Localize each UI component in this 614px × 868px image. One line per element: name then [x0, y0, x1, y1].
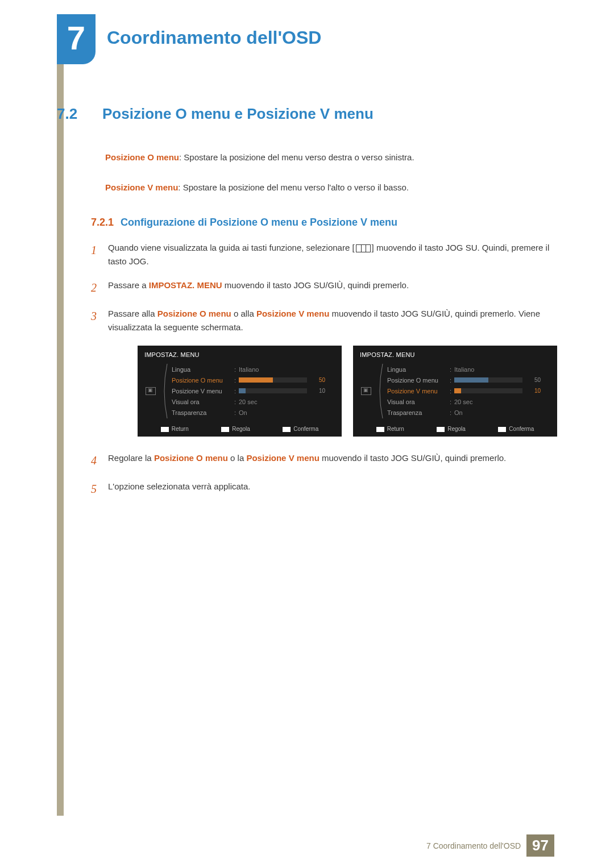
step-text: Passare a IMPOSTAZ. MENU muovendo il tas… — [108, 279, 557, 297]
osd-return: Return — [161, 426, 189, 432]
osd-footer: Return Regola Conferma — [360, 426, 550, 432]
subsection-heading: 7.2.1Configurazione di Posizione O menu … — [91, 217, 557, 229]
term-posizione-v: Posizione V menu — [105, 182, 178, 192]
osd-left-icons — [144, 364, 157, 418]
step-text: Quando viene visualizzata la guida ai ta… — [108, 241, 557, 268]
osd-row-lingua: Lingua:Italiano — [387, 364, 550, 375]
step-5: 5 L'opzione selezionata verrà applicata. — [91, 480, 557, 498]
osd-row-lingua: Lingua:Italiano — [172, 364, 335, 375]
chapter-title: Coordinamento dell'OSD — [107, 27, 321, 48]
intro-pos-o: Posizione O menu: Spostare la posizione … — [105, 151, 557, 164]
osd-title: IMPOSTAZ. MENU — [360, 351, 550, 358]
step-number: 2 — [91, 279, 108, 297]
osd-curve-decoration — [160, 364, 168, 418]
term-posizione-o: Posizione O menu — [105, 152, 179, 162]
page-footer: 7 Coordinamento dell'OSD 97 — [426, 834, 554, 857]
osd-regola: Regola — [437, 426, 466, 432]
osd-row-pos-o: Posizione O menu: 50 — [172, 375, 335, 385]
term-posizione-v: Posizione V menu — [246, 453, 319, 463]
subsection-number: 7.2.1 — [91, 217, 114, 228]
osd-conferma: Conferma — [498, 426, 534, 432]
step-text: Passare alla Posizione O menu o alla Pos… — [108, 307, 557, 334]
slider-track — [454, 388, 522, 393]
slider-track — [239, 388, 307, 393]
chapter-number-badge: 7 — [57, 14, 96, 64]
osd-panel-pos-v: IMPOSTAZ. MENU Lingua:Italiano Posizione… — [353, 346, 557, 437]
osd-row-pos-v: Posizione V menu: 10 — [172, 385, 335, 396]
osd-conferma: Conferma — [283, 426, 318, 432]
osd-row-visual: Visual ora:20 sec — [172, 396, 335, 407]
step-list: 1 Quando viene visualizzata la guida ai … — [91, 241, 557, 498]
osd-footer: Return Regola Conferma — [144, 426, 335, 432]
subsection-title: Configurazione di Posizione O menu e Pos… — [121, 217, 397, 228]
section-heading: 7.2Posizione O menu e Posizione V menu — [57, 105, 557, 123]
intro-pos-v: Posizione V menu: Spostare la posizione … — [105, 181, 557, 194]
step-text: Regolare la Posizione O menu o la Posizi… — [108, 451, 557, 470]
menu-icon — [356, 244, 371, 252]
step-1: 1 Quando viene visualizzata la guida ai … — [91, 241, 557, 268]
osd-row-visual: Visual ora:20 sec — [387, 396, 550, 407]
screen-icon — [361, 387, 371, 395]
osd-return: Return — [376, 426, 404, 432]
osd-curve-decoration — [376, 364, 384, 418]
step-2: 2 Passare a IMPOSTAZ. MENU muovendo il t… — [91, 279, 557, 297]
section-body: 7.2Posizione O menu e Posizione V menu P… — [57, 105, 557, 508]
step-3: 3 Passare alla Posizione O menu o alla P… — [91, 307, 557, 334]
osd-panel-pos-o: IMPOSTAZ. MENU Lingua:Italiano Posizione… — [138, 346, 342, 437]
term-posizione-o: Posizione O menu — [157, 309, 231, 318]
step-number: 1 — [91, 241, 108, 268]
section-number: 7.2 — [57, 105, 102, 123]
term-impostaz-menu: IMPOSTAZ. MENU — [149, 280, 222, 290]
slider-track — [239, 377, 307, 383]
osd-left-icons — [360, 364, 372, 418]
osd-row-pos-o: Posizione O menu: 50 — [387, 375, 550, 385]
section-title: Posizione O menu e Posizione V menu — [102, 105, 374, 122]
screen-icon — [146, 387, 156, 395]
term-posizione-o: Posizione O menu — [154, 453, 228, 463]
slider-track — [454, 377, 522, 383]
footer-chapter-label: 7 Coordinamento dell'OSD — [426, 841, 521, 850]
step-4: 4 Regolare la Posizione O menu o la Posi… — [91, 451, 557, 470]
step-number: 4 — [91, 451, 108, 470]
osd-row-pos-v: Posizione V menu: 10 — [387, 385, 550, 396]
term-posizione-v: Posizione V menu — [256, 309, 329, 318]
step-number: 3 — [91, 307, 108, 334]
osd-title: IMPOSTAZ. MENU — [144, 351, 335, 358]
osd-screenshot-pair: IMPOSTAZ. MENU Lingua:Italiano Posizione… — [138, 346, 557, 437]
step-number: 5 — [91, 480, 108, 498]
osd-row-trasp: Trasparenza:On — [387, 407, 550, 418]
footer-page-number: 97 — [526, 834, 554, 857]
osd-row-trasp: Trasparenza:On — [172, 407, 335, 418]
osd-regola: Regola — [221, 426, 250, 432]
step-text: L'opzione selezionata verrà applicata. — [108, 480, 557, 498]
